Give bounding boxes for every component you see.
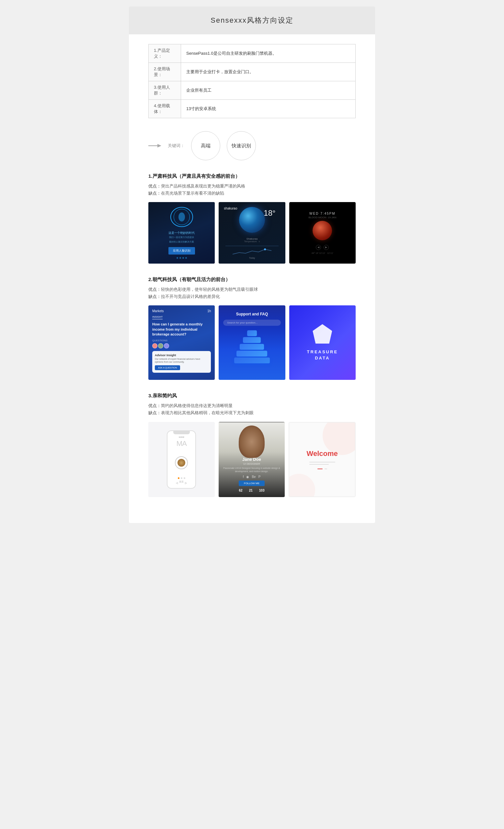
welcome-line-indicator-inactive: [325, 469, 327, 469]
fingerprint-circle: [175, 456, 188, 469]
table-label: 4.使用载体：: [149, 100, 181, 118]
pyramid-layer-1: [247, 330, 257, 336]
scan-dots: [177, 257, 187, 259]
faq-mockup: Support and FAQ Search for your question…: [219, 305, 285, 380]
dark-planet-mockup: 18° shakurao Shakuraa Temperature v Toda…: [219, 202, 285, 263]
dark-face-mockup: 这是一个绝妙的时代 我们一直在努力为您提供 最好的人脸识别解决方案 应用人脸识别: [148, 202, 215, 263]
scan-button: 应用人脸识别: [169, 247, 195, 255]
dark-face-text: 这是一个绝妙的时代 我们一直在努力为您提供 最好的人脸识别解决方案: [169, 231, 195, 244]
image-welcome: Welcome: [289, 422, 356, 497]
stat-following: 21: [249, 489, 253, 492]
style-section-3: 3.亲和简约风 优点：简约的风格使得信息传达更为清晰明显 缺点：表现力相比其他风…: [148, 393, 356, 497]
jane-doe-mockup: Jane Doe UI DESIGNER Passionate UX/UI De…: [219, 422, 285, 497]
style-1-image-grid: 这是一个绝妙的时代 我们一直在努力为您提供 最好的人脸识别解决方案 应用人脸识别: [148, 202, 356, 263]
facebook-icon[interactable]: f: [243, 475, 244, 479]
image-dark-face: 这是一个绝妙的时代 我们一直在努力为您提供 最好的人脸识别解决方案 应用人脸识别: [148, 202, 215, 263]
market-avatars: [152, 343, 211, 349]
table-label: 3.使用人群：: [149, 81, 181, 100]
jane-face-area: [219, 426, 285, 458]
faq-search[interactable]: Search for your question...: [223, 320, 281, 326]
page-header: Sensexxx风格方向设定: [129, 6, 375, 34]
jane-desc: Passionate UX/UI Designer focusing in we…: [219, 467, 285, 473]
planet-app-name: shakurao: [224, 207, 237, 210]
phone-dots: [178, 477, 185, 479]
behance-icon[interactable]: Be: [252, 475, 256, 479]
image-dark-planet: 18° shakurao Shakuraa Temperature v Toda…: [219, 202, 285, 263]
phone-dot-active: [178, 477, 179, 479]
scan-dot: [182, 257, 184, 259]
diamond-icon: [313, 324, 332, 344]
welcome-line-indicator: [317, 469, 323, 469]
instagram-icon[interactable]: ◉: [246, 475, 249, 479]
info-table: 1.产品定义： SensePass1.0是公司自主研发的刷脸门禁机器。 2.使用…: [148, 44, 356, 118]
planet-temp-range: Temperature v: [244, 240, 260, 243]
planet-sub-label: Shakuraa: [247, 238, 257, 240]
page-title: Sensexxx风格方向设定: [135, 15, 369, 25]
phone-nav-back[interactable]: ◁: [174, 480, 180, 486]
clock-day: WED 7:45PM: [309, 212, 335, 215]
style-title-2: 2.朝气科技风（有朝气且活力的前台）: [148, 277, 356, 283]
style-desc-2: 优点：轻快的色彩使用，使年轻的风格更为朝气且吸引眼球 缺点：拉不开与竞品设计风格…: [148, 286, 356, 300]
phone-logo-text: MA: [177, 439, 187, 448]
page-container: Sensexxx风格方向设定 1.产品定义： SensePass1.0是公司自主…: [129, 6, 375, 523]
phone-app-name: xone: [168, 436, 195, 438]
table-value: 13寸的安卓系统: [181, 100, 356, 118]
style-2-image-grid: Markets 1h INSIGHT How can I generate a …: [148, 305, 356, 380]
table-value: SensePass1.0是公司自主研发的刷脸门禁机器。: [181, 44, 356, 63]
pyramid-layer-5: [234, 358, 270, 363]
treasure-data-mockup: TREASURE DATA: [289, 305, 356, 380]
planet-sphere: [239, 207, 265, 233]
style-3-image-grid: xone MA 首页 ◁: [148, 422, 356, 497]
avatar: [164, 343, 169, 349]
follow-button[interactable]: FOLLOW ME: [239, 480, 265, 486]
image-dark-clock: WED 7:45PM BLOOD MOON ·19 JAN ◀ ▶ 44° 14…: [289, 202, 356, 263]
planet-chart: [225, 246, 279, 255]
market-header: Markets 1h: [152, 309, 211, 313]
clock-controls: ◀ ▶: [316, 245, 329, 250]
tab-insight[interactable]: INSIGHT: [152, 315, 163, 319]
pinterest-icon[interactable]: P: [258, 475, 261, 479]
image-vibrant-market: Markets 1h INSIGHT How can I generate a …: [148, 305, 215, 380]
keyword-circle-2: 快速识别: [227, 131, 256, 160]
stat-posts: 62: [239, 489, 243, 492]
table-row: 2.使用场景： 主要用于企业打卡，放置企业门口。: [149, 63, 356, 81]
jane-subtitle: UI DESIGNER: [243, 462, 260, 465]
jane-face-image: [239, 426, 265, 458]
image-treasure-data: TREASURE DATA: [289, 305, 356, 380]
jane-icons: f ◉ Be P: [243, 475, 261, 479]
table-label: 2.使用场景：: [149, 63, 181, 81]
table-row: 4.使用载体： 13寸的安卓系统: [149, 100, 356, 118]
advisor-title: Advisor Insight: [155, 354, 208, 357]
phone-mockup: xone MA 首页 ◁: [167, 430, 196, 489]
welcome-line: [309, 462, 335, 462]
svg-marker-1: [157, 144, 161, 147]
dark-clock-mockup: WED 7:45PM BLOOD MOON ·19 JAN ◀ ▶ 44° 14…: [289, 202, 356, 263]
welcome-mockup: Welcome: [289, 422, 355, 497]
clock-btn[interactable]: ◀: [316, 245, 321, 250]
red-planet: [313, 221, 332, 240]
treasure-data-text: TREASURE DATA: [307, 349, 338, 361]
stat-followers: 103: [259, 489, 265, 492]
faq-title: Support and FAQ: [236, 312, 268, 316]
table-label: 1.产品定义：: [149, 44, 181, 63]
welcome-line: [309, 464, 329, 465]
face-inner: [174, 209, 190, 225]
svg-point-2: [264, 248, 266, 250]
phone-nav-forward[interactable]: ▷: [183, 480, 189, 486]
advisor-desc: Our network of expert financial advisors…: [155, 358, 208, 363]
style-title-1: 1.严肃科技风（严肃且具有安全感的前台）: [148, 173, 356, 179]
ask-question-button[interactable]: ASK A QUESTION: [155, 365, 180, 370]
scan-dot: [185, 257, 187, 259]
clock-btn[interactable]: ▶: [324, 245, 329, 250]
phone-dot: [181, 477, 182, 479]
jane-stats: 62 21 103: [239, 489, 265, 492]
clock-subtitle: BLOOD MOON ·19 JAN: [309, 216, 336, 219]
vibrant-market-mockup: Markets 1h INSIGHT How can I generate a …: [148, 305, 215, 380]
page-content: 1.产品定义： SensePass1.0是公司自主研发的刷脸门禁机器。 2.使用…: [129, 34, 375, 523]
phone-nav: ◁ ▷: [174, 480, 189, 486]
table-value: 主要用于企业打卡，放置企业门口。: [181, 63, 356, 81]
advisor-card: Advisor Insight Our network of expert fi…: [152, 351, 211, 373]
planet-bottom-label: Today: [249, 257, 255, 259]
arrow-icon: [148, 141, 161, 151]
phone-dot: [184, 477, 185, 479]
